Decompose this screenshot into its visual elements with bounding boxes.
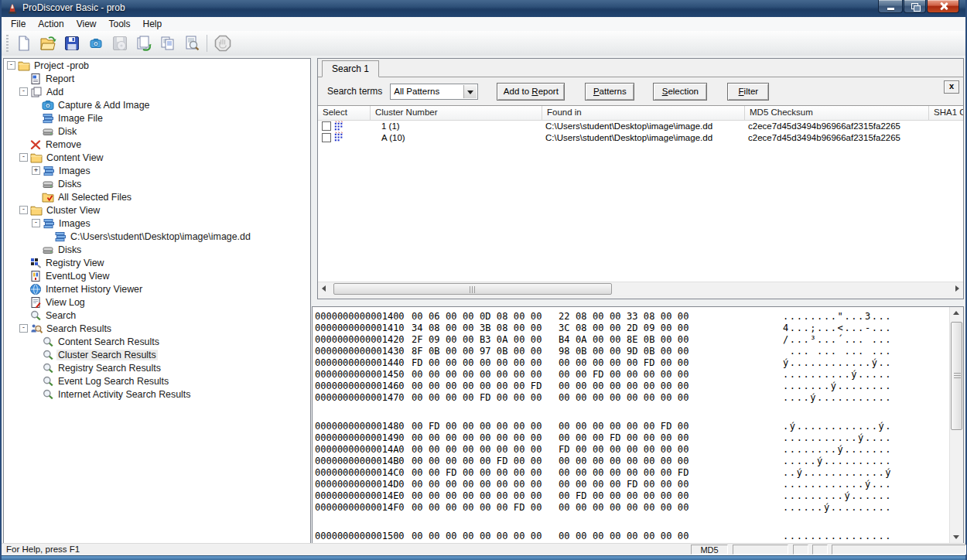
image-icon [54, 230, 69, 243]
filter-button[interactable]: Filter [727, 83, 769, 101]
scroll-down-button[interactable] [950, 530, 963, 543]
result-row[interactable]: 1 (1)C:\Users\student\Desktop\image\imag… [318, 121, 963, 132]
patterns-button[interactable]: Patterns [585, 83, 634, 101]
tree-item[interactable]: Search [4, 309, 310, 322]
search-terms-label: Search terms [327, 86, 382, 97]
scroll-left-button[interactable] [318, 282, 331, 295]
tree-item[interactable]: -Content View [4, 151, 310, 164]
hex-offset: 0000000000001430 [315, 346, 412, 357]
tree-item[interactable]: -Search Results [4, 322, 310, 335]
tree-item[interactable]: Cluster Search Results [4, 348, 310, 361]
hex-ascii: .......ý........ [783, 381, 892, 392]
hex-offset: 00000000000014F0 [315, 502, 412, 514]
hex-row: 000000000000150000 00 00 00 00 00 00 000… [315, 531, 949, 542]
minimize-button[interactable] [878, 0, 903, 13]
menu-item-action[interactable]: Action [32, 18, 70, 30]
column-header[interactable]: Found in [542, 106, 745, 120]
row-checkbox[interactable] [322, 133, 331, 142]
hex-offset: 00000000000014E0 [315, 490, 412, 502]
capture-image-button[interactable] [84, 33, 107, 54]
tree-item[interactable]: Registry View [4, 256, 310, 269]
tab-search-1[interactable]: Search 1 [322, 60, 379, 77]
save-project-button[interactable] [60, 33, 83, 54]
hex-ascii: ......ý......... [783, 502, 892, 514]
tree-item[interactable]: Content Search Results [4, 335, 310, 348]
menu-item-help[interactable]: Help [137, 18, 169, 30]
search-terms-combobox[interactable]: All Patterns [390, 84, 478, 100]
result-row[interactable]: A (10)C:\Users\student\Desktop\image\ima… [318, 132, 963, 144]
combobox-dropdown-button[interactable] [463, 85, 477, 98]
tree-item[interactable]: Remove [4, 138, 310, 151]
tree-item[interactable]: -Project -prob [4, 59, 310, 72]
internet-icon [29, 283, 44, 295]
close-button[interactable] [927, 0, 959, 13]
tree-item[interactable]: -Add [4, 85, 310, 98]
save-image-button[interactable] [108, 33, 131, 54]
horizontal-scrollbar-thumb[interactable] [333, 283, 612, 295]
collapse-icon[interactable]: - [7, 61, 15, 70]
stop-button[interactable] [211, 33, 234, 54]
tree-item[interactable]: Registry Search Results [4, 361, 310, 374]
tree-item[interactable]: EventLog View [4, 269, 310, 282]
collapse-icon[interactable]: - [19, 324, 28, 333]
folder-icon [30, 204, 45, 217]
collapse-icon[interactable]: - [19, 206, 28, 214]
panel-close-button[interactable]: x [944, 80, 959, 94]
menu-item-view[interactable]: View [70, 18, 103, 30]
hex-row: 0000000000001440FD 00 00 00 00 00 00 000… [315, 357, 949, 369]
new-project-button[interactable] [12, 33, 35, 54]
vertical-scrollbar[interactable] [949, 307, 963, 543]
tree-item[interactable]: +Images [4, 164, 310, 177]
collapse-icon[interactable]: - [32, 219, 40, 227]
vertical-scrollbar-thumb[interactable] [951, 322, 962, 430]
tree-item-label: Capture & Add Image [56, 100, 151, 111]
collapse-icon[interactable]: - [19, 87, 28, 96]
menu-item-file[interactable]: File [5, 18, 32, 30]
hex-bytes: 00 00 00 00 00 00 00 00 [559, 381, 706, 392]
tree-item[interactable]: Image File [4, 111, 310, 125]
search-icon [42, 388, 56, 401]
add-image-button[interactable] [132, 33, 155, 54]
search-terms-value: All Patterns [394, 87, 439, 96]
column-header[interactable]: SHA1 C [929, 106, 963, 120]
column-header[interactable]: Cluster Number [371, 106, 542, 120]
tree-item[interactable]: Internet History Viewer [4, 282, 310, 295]
tree-item[interactable]: C:\Users\student\Desktop\image\image.dd [4, 230, 310, 243]
scroll-up-button[interactable] [950, 307, 963, 320]
horizontal-scrollbar[interactable] [318, 282, 963, 295]
menu-item-tools[interactable]: Tools [103, 18, 137, 30]
results-body: 1 (1)C:\Users\student\Desktop\image\imag… [318, 121, 963, 282]
hex-bytes: 3C 08 00 00 2D 09 00 00 [559, 323, 706, 334]
open-project-button[interactable] [36, 33, 59, 54]
tree-item[interactable]: Report [4, 72, 310, 85]
selection-button[interactable]: Selection [653, 83, 707, 101]
tree-item-label: Disk [56, 126, 78, 137]
tree-item[interactable]: Internet Activity Search Results [4, 388, 310, 401]
tree-item[interactable]: Disks [4, 243, 310, 256]
tree-item-label: Search [44, 310, 77, 321]
hex-bytes: 00 00 00 00 00 00 00 00 [412, 531, 559, 542]
hex-bytes: 00 00 00 00 FD 00 00 00 [412, 392, 559, 404]
column-header[interactable]: MD5 Checksum [745, 106, 929, 120]
tree-item[interactable]: Disks [4, 177, 310, 190]
tree-item[interactable]: Disk [4, 125, 310, 138]
hex-offset: 0000000000001470 [315, 392, 412, 404]
add-to-report-button[interactable]: Add to Report [497, 83, 565, 101]
expand-icon[interactable]: + [32, 166, 40, 175]
tree-item[interactable]: -Images [4, 217, 310, 230]
disk-icon [42, 178, 56, 190]
tree-item[interactable]: -Cluster View [4, 203, 310, 217]
scroll-right-button[interactable] [950, 282, 963, 295]
search-button[interactable] [180, 33, 203, 54]
tree-item[interactable]: Capture & Add Image [4, 98, 310, 111]
tree-item[interactable]: Event Log Search Results [4, 374, 310, 388]
copy-button[interactable] [156, 33, 179, 54]
newdoc-icon [13, 35, 34, 52]
tree-item[interactable]: All Selected Files [4, 190, 310, 203]
row-checkbox[interactable] [322, 121, 331, 131]
restore-button[interactable] [904, 0, 926, 13]
hex-row: 000000000000148000 FD 00 00 00 00 00 000… [315, 421, 949, 432]
collapse-icon[interactable]: - [19, 153, 28, 162]
column-header[interactable]: Select [318, 106, 371, 120]
tree-item[interactable]: View Log [4, 295, 310, 309]
